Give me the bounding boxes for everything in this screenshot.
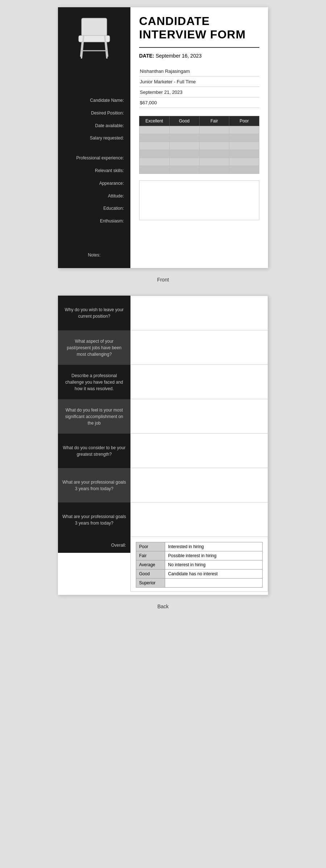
rating-row-1 [139, 134, 259, 142]
field-value-2: September 21, 2023 [139, 88, 259, 96]
rating-row-2 [139, 142, 259, 150]
back-q-text-3: What do you feel is your most significan… [62, 407, 126, 426]
candidate-name-label: Candidate Name: [62, 94, 127, 107]
overall-rating-0: Poor [136, 542, 165, 551]
chair-image [71, 14, 118, 62]
back-q-cell-overall: Overall: [58, 537, 130, 553]
rating-header-0: Excellent [139, 116, 170, 126]
overall-rating-3: Good [136, 569, 165, 579]
front-card-label: Front [157, 274, 169, 288]
back-a-cell-4[interactable] [130, 434, 268, 468]
date-label: DATE: [139, 53, 154, 59]
overall-row-2: Average No interest in hiring [136, 560, 263, 569]
desired-position-label: Desired Position: [62, 107, 127, 120]
overall-row-3: Good Candidate has no interest [136, 569, 263, 579]
rating-label-5: Enthusiasm: [62, 215, 127, 228]
back-answer-1[interactable] [131, 330, 268, 363]
back-answer-0[interactable] [131, 296, 268, 329]
date-line: DATE: September 16, 2023 [139, 53, 259, 59]
rating-table: Excellent Good Fair Poor [139, 116, 259, 174]
back-q-text-5: What are your professional goals 3 years… [62, 479, 126, 492]
field-row-2: September 21, 2023 [139, 87, 259, 97]
rating-label-3: Attitude: [62, 190, 127, 203]
field-row-0: Nishanthan Rajasingam [139, 66, 259, 76]
back-answer-2[interactable] [131, 365, 268, 397]
front-main: CANDIDATE INTERVIEW FORM DATE: September… [130, 7, 268, 268]
back-q-cell-0: Why do you wish to leave your current po… [58, 296, 130, 330]
overall-desc-3: Candidate has no interest [165, 569, 263, 579]
back-q-cell-2: Describe a professional challenge you ha… [58, 365, 130, 399]
rating-label-1: Relevant skills: [62, 164, 127, 177]
rating-row-3 [139, 150, 259, 158]
overall-label: Overall: [62, 542, 126, 548]
back-a-cell-3[interactable] [130, 399, 268, 434]
back-row-q5: What do you consider to be your greatest… [58, 434, 268, 468]
back-q-cell-4: What do you consider to be your greatest… [58, 434, 130, 468]
rating-header-2: Fair [199, 116, 229, 126]
rating-header-1: Good [169, 116, 199, 126]
candidate-fields: Nishanthan Rajasingam Junior Marketer - … [139, 66, 259, 108]
field-row-3: $67,000 [139, 97, 259, 108]
rating-row-4 [139, 158, 259, 166]
svg-rect-0 [82, 18, 107, 36]
back-q-cell-3: What do you feel is your most significan… [58, 399, 130, 434]
overall-rating-4: Superior [136, 579, 165, 588]
back-answer-3[interactable] [131, 399, 268, 432]
back-row-q1: Why do you wish to leave your current po… [58, 296, 268, 330]
overall-desc-2: No interest in hiring [165, 560, 263, 569]
rating-labels: Professional experience: Relevant skills… [62, 152, 127, 228]
back-a-cell-0[interactable] [130, 296, 268, 330]
notes-box[interactable] [139, 180, 259, 220]
back-row-q4: What do you feel is your most significan… [58, 399, 268, 434]
date-available-label: Date available: [62, 120, 127, 132]
back-row-q2: What aspect of your past/present jobs ha… [58, 330, 268, 365]
overall-rating-2: Average [136, 560, 165, 569]
sidebar-field-labels: Candidate Name: Desired Position: Date a… [62, 94, 127, 145]
back-q-text-6: What are your professional goals 3 years… [62, 513, 126, 526]
salary-requested-label: Salary requested: [62, 132, 127, 145]
overall-rating-1: Fair [136, 551, 165, 560]
rating-header-3: Poor [229, 116, 259, 126]
back-row-q6: What are your professional goals 3 years… [58, 468, 268, 502]
field-value-3: $67,000 [139, 99, 259, 106]
field-value-0: Nishanthan Rajasingam [139, 67, 259, 75]
rating-row-0 [139, 126, 259, 134]
back-q-text-0: Why do you wish to leave your current po… [62, 306, 126, 320]
overall-row-4: Superior [136, 579, 263, 588]
overall-row-0: Poor Interested in hiring [136, 542, 263, 551]
back-q-cell-1: What aspect of your past/present jobs ha… [58, 330, 130, 365]
back-a-cell-6[interactable] [130, 502, 268, 537]
overall-table: Poor Interested in hiring Fair Possible … [136, 542, 263, 588]
form-title: CANDIDATE INTERVIEW FORM [139, 14, 259, 41]
overall-desc-4 [165, 579, 263, 588]
rating-label-4: Education: [62, 202, 127, 215]
back-row-q3: Describe a professional challenge you ha… [58, 365, 268, 399]
rating-label-0: Professional experience: [62, 152, 127, 164]
back-row-q7: What are your professional goals 3 years… [58, 502, 268, 537]
back-q-text-1: What aspect of your past/present jobs ha… [62, 338, 126, 358]
back-a-cell-1[interactable] [130, 330, 268, 365]
notes-label: Notes: [85, 249, 104, 261]
back-answer-4[interactable] [131, 434, 268, 466]
overall-desc-1: Possible interest in hiring [165, 551, 263, 560]
back-a-cell-5[interactable] [130, 468, 268, 502]
overall-desc-0: Interested in hiring [165, 542, 263, 551]
rating-row-5 [139, 166, 259, 174]
field-value-1: Junior Marketer - Full Time [139, 78, 259, 85]
overall-row-1: Fair Possible interest in hiring [136, 551, 263, 560]
back-questions-container: Why do you wish to leave your current po… [58, 296, 268, 595]
field-row-1: Junior Marketer - Full Time [139, 76, 259, 87]
back-answer-6[interactable] [131, 502, 268, 535]
back-answer-5[interactable] [131, 468, 268, 501]
title-divider [139, 47, 259, 48]
front-sidebar: Candidate Name: Desired Position: Date a… [58, 7, 130, 268]
rating-label-2: Appearance: [62, 177, 127, 190]
back-q-text-2: Describe a professional challenge you ha… [62, 372, 126, 392]
back-q-cell-5: What are your professional goals 3 years… [58, 468, 130, 502]
back-card-label: Back [157, 601, 168, 615]
back-q-text-4: What do you consider to be your greatest… [62, 445, 126, 458]
back-q-cell-6: What are your professional goals 3 years… [58, 502, 130, 537]
back-row-overall: Overall: Poor Interested in hiring Fair … [58, 537, 268, 595]
overall-table-cell: Poor Interested in hiring Fair Possible … [130, 537, 268, 592]
back-a-cell-2[interactable] [130, 365, 268, 399]
